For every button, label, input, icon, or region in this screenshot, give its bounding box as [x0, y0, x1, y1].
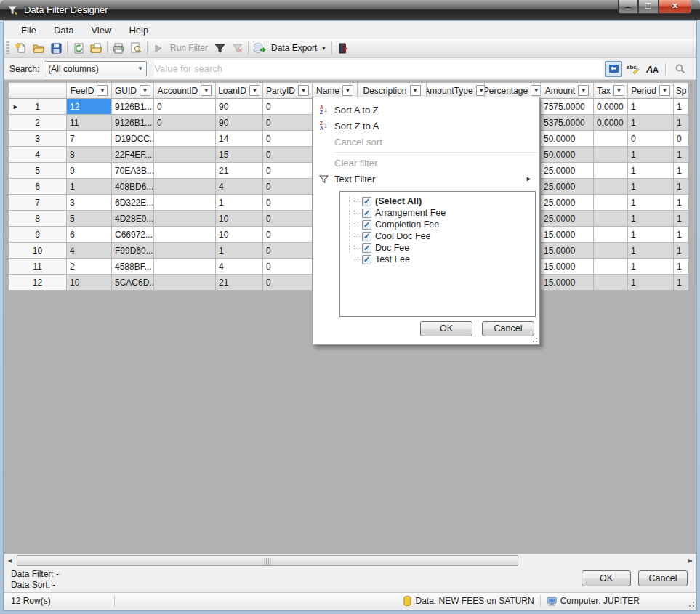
table-cell-acct[interactable]: [154, 195, 216, 211]
properties-button[interactable]: [87, 40, 105, 56]
table-cell-loan[interactable]: 1: [216, 195, 263, 211]
run-filter-label[interactable]: Run Filter: [167, 43, 211, 53]
table-cell-amount[interactable]: 50.0000: [541, 131, 594, 147]
column-filter-dropdown-icon[interactable]: ▼: [342, 85, 353, 96]
table-cell-party[interactable]: 0: [263, 275, 313, 291]
checkbox-checked-icon[interactable]: ✓: [362, 220, 371, 230]
table-cell-feeid[interactable]: 1: [67, 179, 112, 195]
new-file-button[interactable]: [12, 40, 30, 56]
table-cell-period[interactable]: 1: [628, 99, 674, 115]
table-cell-sp[interactable]: 1: [674, 115, 688, 131]
filter-checklist-item[interactable]: ✓Test Fee: [346, 254, 535, 265]
table-cell-loan[interactable]: 21: [216, 163, 263, 179]
table-cell-period[interactable]: 1: [628, 211, 674, 227]
column-header-period[interactable]: Period▼: [628, 83, 674, 99]
table-cell-party[interactable]: 0: [263, 131, 313, 147]
filter-checklist-item[interactable]: ✓Doc Fee: [346, 242, 535, 254]
filter-checklist-item[interactable]: ✓Cool Doc Fee: [346, 230, 535, 242]
table-cell-loan[interactable]: 21: [216, 275, 263, 291]
table-cell-period[interactable]: 1: [628, 115, 674, 131]
table-cell-guid[interactable]: 4D28E0...: [112, 211, 154, 227]
menu-help[interactable]: Help: [120, 23, 157, 38]
column-filter-dropdown-icon[interactable]: ▼: [531, 85, 541, 96]
row-header[interactable]: 7: [9, 195, 67, 211]
exit-button[interactable]: [334, 40, 352, 56]
table-cell-acct[interactable]: [154, 243, 216, 259]
column-filter-dropdown-icon[interactable]: ▼: [201, 85, 212, 96]
table-cell-guid[interactable]: C66972...: [112, 227, 154, 243]
column-filter-dropdown-icon[interactable]: ▼: [410, 85, 421, 96]
search-back-toggle-button[interactable]: [605, 61, 622, 77]
table-cell-acct[interactable]: [154, 211, 216, 227]
table-cell-sp[interactable]: 1: [674, 99, 688, 115]
table-cell-amount[interactable]: 25.0000: [541, 195, 594, 211]
scroll-right-arrow-icon[interactable]: ▶: [684, 555, 696, 566]
column-filter-dropdown-icon[interactable]: ▼: [249, 85, 260, 96]
table-cell-acct[interactable]: [154, 179, 216, 195]
table-cell-period[interactable]: 1: [628, 147, 674, 163]
table-cell-sp[interactable]: 1: [674, 259, 688, 275]
table-cell-feeid[interactable]: 6: [67, 227, 112, 243]
table-cell-guid[interactable]: 408BD6...: [112, 179, 154, 195]
table-cell-tax[interactable]: [594, 275, 628, 291]
menu-item-clear-filter[interactable]: Clear filter: [313, 155, 539, 171]
table-cell-party[interactable]: 0: [263, 195, 313, 211]
save-button[interactable]: [47, 40, 65, 56]
table-cell-sp[interactable]: 1: [674, 275, 688, 291]
table-cell-acct[interactable]: [154, 259, 216, 275]
table-cell-tax[interactable]: [594, 147, 628, 163]
table-cell-guid[interactable]: 9126B1...: [112, 115, 154, 131]
table-cell-loan[interactable]: 15: [216, 147, 263, 163]
table-cell-amount[interactable]: 15.0000: [541, 243, 594, 259]
checkbox-checked-icon[interactable]: ✓: [362, 255, 371, 264]
table-cell-amount[interactable]: 25.0000: [541, 211, 594, 227]
table-cell-feeid[interactable]: 3: [67, 195, 112, 211]
table-cell-party[interactable]: 0: [263, 163, 313, 179]
column-filter-dropdown-icon[interactable]: ▼: [476, 85, 485, 96]
data-export-label[interactable]: Data Export: [268, 43, 320, 53]
filter-checklist[interactable]: ✓(Select All)✓Arrangement Fee✓Completion…: [339, 191, 536, 317]
table-cell-tax[interactable]: [594, 131, 628, 147]
table-cell-party[interactable]: 0: [263, 211, 313, 227]
column-filter-dropdown-icon[interactable]: ▼: [140, 85, 150, 96]
print-button[interactable]: [110, 40, 127, 56]
table-cell-tax[interactable]: [594, 227, 628, 243]
horizontal-scrollbar[interactable]: ◀ ▶: [4, 554, 696, 566]
open-button[interactable]: [30, 40, 47, 56]
table-cell-period[interactable]: 1: [628, 195, 674, 211]
column-header-loanid[interactable]: LoanID▼: [216, 83, 263, 99]
table-cell-feeid[interactable]: 2: [67, 259, 112, 275]
row-header[interactable]: ►1: [9, 99, 67, 115]
row-header[interactable]: 5: [9, 163, 67, 179]
table-cell-amount[interactable]: 15.0000: [541, 275, 594, 291]
column-header-partyid[interactable]: PartyID▼: [263, 83, 313, 99]
column-header-amount[interactable]: Amount▼: [541, 83, 594, 99]
table-cell-acct[interactable]: [154, 275, 216, 291]
match-case-button[interactable]: A A: [644, 61, 661, 77]
table-cell-tax[interactable]: 0.0000: [594, 115, 628, 131]
table-cell-loan[interactable]: 10: [216, 227, 263, 243]
row-header[interactable]: 4: [9, 147, 67, 163]
column-header-accountid[interactable]: AccountID▼: [154, 83, 216, 99]
table-cell-period[interactable]: 1: [628, 163, 674, 179]
table-cell-party[interactable]: 0: [263, 243, 313, 259]
table-cell-tax[interactable]: [594, 211, 628, 227]
table-cell-tax[interactable]: [594, 195, 628, 211]
table-cell-feeid[interactable]: 7: [67, 131, 112, 147]
column-filter-dropdown-icon[interactable]: ▼: [613, 85, 624, 96]
table-cell-tax[interactable]: [594, 259, 628, 275]
filter-button[interactable]: [211, 40, 228, 56]
checkbox-checked-icon[interactable]: ✓: [362, 232, 371, 241]
table-cell-guid[interactable]: 5CAC6D...: [112, 275, 154, 291]
table-cell-acct[interactable]: 0: [154, 115, 216, 131]
column-filter-dropdown-icon[interactable]: ▼: [97, 85, 108, 96]
maximize-button[interactable]: ❐: [638, 0, 659, 14]
table-cell-acct[interactable]: [154, 227, 216, 243]
table-cell-tax[interactable]: 0.0000: [594, 99, 628, 115]
column-header-feeid[interactable]: FeeID▼: [67, 83, 112, 99]
table-cell-amount[interactable]: 25.0000: [541, 163, 594, 179]
table-cell-tax[interactable]: [594, 163, 628, 179]
column-filter-dropdown-icon[interactable]: ▼: [298, 85, 309, 96]
table-cell-feeid[interactable]: 11: [67, 115, 112, 131]
checkbox-checked-icon[interactable]: ✓: [362, 209, 371, 218]
